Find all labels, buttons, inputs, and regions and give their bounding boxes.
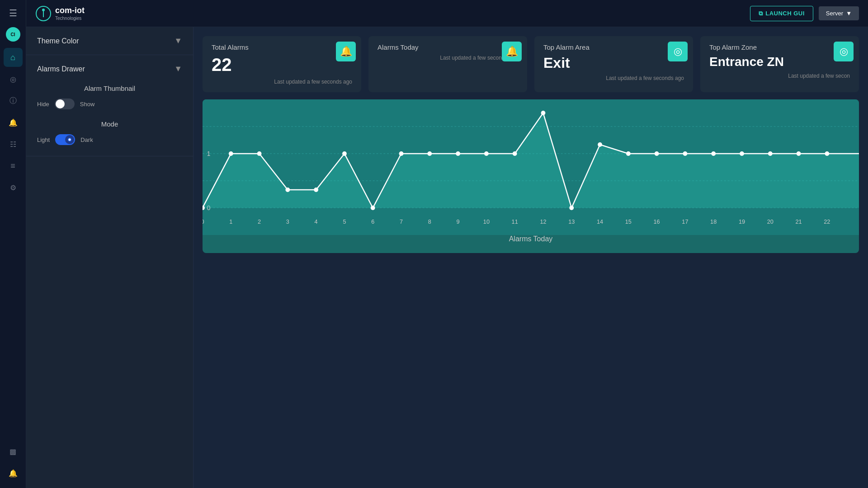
top-alarm-zone-title: Top Alarm Zone <box>709 43 850 51</box>
server-label: Server <box>826 10 843 17</box>
settings-panel: Theme Color ▼ Alarms Drawer ▼ Alarm Thum… <box>26 27 193 488</box>
svg-point-19 <box>427 151 432 156</box>
menu-button[interactable]: ☰ <box>4 4 23 23</box>
nav-item-info[interactable]: ⓘ <box>4 91 23 110</box>
theme-color-header[interactable]: Theme Color ▼ <box>26 27 193 55</box>
top-bar: com-iot Technologies ⧉ LAUNCH GUI Server… <box>26 0 868 27</box>
svg-point-29 <box>711 151 716 156</box>
camera-icon: ▩ <box>9 447 16 456</box>
home-icon: ⌂ <box>10 53 15 62</box>
nav-item-camera[interactable]: ▩ <box>4 442 23 461</box>
top-alarm-area-card: Top Alarm Area Exit Last updated a few s… <box>534 36 693 92</box>
target-area-icon: ◎ <box>674 46 682 57</box>
nav-item-bell-bottom[interactable]: 🔔 <box>4 464 23 483</box>
dashboard: Total Alarms 22 Last updated a few secon… <box>26 27 868 488</box>
total-alarms-title: Total Alarms <box>212 43 352 51</box>
svg-point-18 <box>399 151 404 156</box>
alarm-thumbnail-toggle[interactable] <box>55 99 75 109</box>
launch-icon: ⧉ <box>759 10 763 17</box>
menu-icon: ☰ <box>9 8 17 19</box>
server-dropdown-icon: ▼ <box>846 10 852 17</box>
alarm-thumbnail-toggle-row: Hide Show <box>37 99 182 109</box>
svg-text:6: 6 <box>371 218 374 225</box>
svg-point-25 <box>598 142 602 147</box>
theme-color-label: Theme Color <box>37 37 79 45</box>
hide-label: Hide <box>37 101 49 108</box>
svg-text:4: 4 <box>315 218 318 225</box>
target-zone-icon: ◎ <box>840 46 848 57</box>
alarm-chart: 1 0 <box>203 99 859 235</box>
launch-gui-label: LAUNCH GUI <box>765 10 805 17</box>
total-alarms-value: 22 <box>212 55 352 75</box>
top-alarm-area-footer: Last updated a few seconds ago <box>543 75 684 81</box>
nav-item-radar[interactable]: ◎ <box>4 70 23 89</box>
total-alarms-card: Total Alarms 22 Last updated a few secon… <box>203 36 361 92</box>
logo-sub: Technologies <box>55 16 85 21</box>
svg-point-22 <box>513 151 517 156</box>
map-icon: ☷ <box>10 140 16 149</box>
nav-item-settings[interactable]: ⚙ <box>4 178 23 197</box>
svg-text:1: 1 <box>207 150 211 157</box>
settings-icon: ⚙ <box>10 183 16 192</box>
cards-row: Total Alarms 22 Last updated a few secon… <box>203 36 859 92</box>
alarm-icon: 🔔 <box>9 118 18 127</box>
svg-text:7: 7 <box>400 218 403 225</box>
svg-point-1 <box>42 9 45 11</box>
bell-today-icon: 🔔 <box>506 46 518 57</box>
left-nav: ☰ CI ⌂ ◎ ⓘ 🔔 ☷ ≡ ⚙ ▩ 🔔 <box>0 0 26 488</box>
svg-text:8: 8 <box>428 218 431 225</box>
svg-text:11: 11 <box>512 218 518 225</box>
svg-point-17 <box>371 206 375 210</box>
logo-text: com-iot <box>55 6 85 16</box>
svg-point-26 <box>626 151 631 156</box>
svg-point-30 <box>740 151 744 156</box>
svg-text:17: 17 <box>682 218 688 225</box>
svg-point-24 <box>569 206 574 210</box>
svg-point-28 <box>683 151 688 156</box>
alarms-drawer-chevron: ▼ <box>174 64 182 74</box>
theme-color-chevron: ▼ <box>174 36 182 46</box>
light-label: Light <box>37 136 50 143</box>
alarms-drawer-section: Alarms Drawer ▼ Alarm Thumbnail Hide Sho… <box>26 55 193 156</box>
alarm-thumbnail-label: Alarm Thumbnail <box>37 84 182 92</box>
top-alarm-zone-card: Top Alarm Zone Entrance ZN Last updated … <box>700 36 859 92</box>
svg-text:13: 13 <box>568 218 575 225</box>
nav-item-map[interactable]: ☷ <box>4 135 23 154</box>
svg-point-27 <box>655 151 659 156</box>
alarms-today-title: Alarms Today <box>377 43 518 51</box>
bell-bottom-icon: 🔔 <box>9 469 18 478</box>
header-logo: com-iot Technologies <box>35 5 85 22</box>
launch-gui-button[interactable]: ⧉ LAUNCH GUI <box>750 6 813 21</box>
svg-text:10: 10 <box>483 218 490 225</box>
total-alarms-icon: 🔔 <box>336 42 356 61</box>
server-button[interactable]: Server ▼ <box>819 6 859 20</box>
nav-item-home[interactable]: ⌂ <box>4 48 23 67</box>
svg-point-20 <box>456 151 460 156</box>
svg-text:5: 5 <box>343 218 346 225</box>
nav-item-list[interactable]: ≡ <box>4 156 23 175</box>
dark-label: Dark <box>80 136 93 143</box>
mode-toggle[interactable] <box>55 134 75 145</box>
nav-item-alarm[interactable]: 🔔 <box>4 113 23 132</box>
svg-point-33 <box>825 151 829 156</box>
svg-point-14 <box>285 188 290 192</box>
svg-text:2: 2 <box>258 218 261 225</box>
bell-card-icon: 🔔 <box>340 46 352 57</box>
svg-text:22: 22 <box>824 218 830 225</box>
alarms-drawer-header[interactable]: Alarms Drawer ▼ <box>26 55 193 83</box>
alarms-today-footer: Last updated a few seconds ago <box>377 55 518 61</box>
list-icon: ≡ <box>10 161 15 171</box>
svg-text:16: 16 <box>654 218 660 225</box>
svg-text:21: 21 <box>795 218 802 225</box>
svg-point-23 <box>541 111 546 115</box>
svg-point-32 <box>797 151 801 156</box>
theme-color-section: Theme Color ▼ <box>26 27 193 55</box>
info-icon: ⓘ <box>9 96 17 106</box>
svg-text:0: 0 <box>203 218 204 225</box>
svg-point-15 <box>314 188 318 192</box>
radar-icon: ◎ <box>10 75 16 84</box>
svg-text:1: 1 <box>229 218 232 225</box>
svg-point-31 <box>768 151 773 156</box>
svg-point-13 <box>257 151 262 156</box>
alarms-drawer-label: Alarms Drawer <box>37 65 85 73</box>
